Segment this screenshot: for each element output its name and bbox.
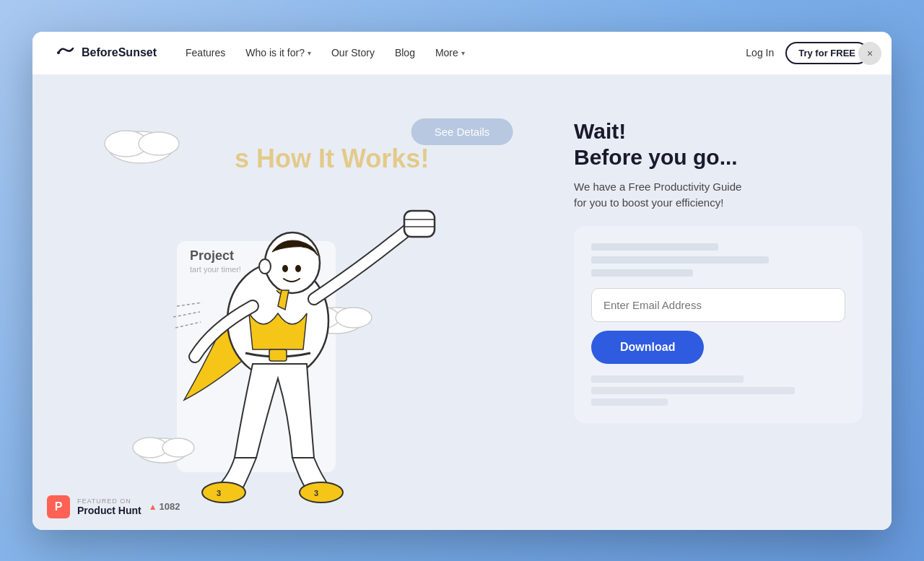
svg-point-13 (295, 265, 301, 272)
nav-blog[interactable]: Blog (395, 47, 415, 58)
modal-headline-line1: Wait! (574, 119, 626, 143)
hero-illustration: 3 3 (69, 97, 458, 516)
logo[interactable]: BeforeSunset (56, 45, 157, 60)
main-content: See Details s How It Works! (32, 75, 892, 530)
ph-featured-label: FEATURED ON (77, 497, 141, 505)
svg-line-25 (175, 322, 201, 328)
modal-subtext-line1: We have a Free Productivity Guide (574, 181, 741, 193)
svg-text:3: 3 (217, 489, 221, 497)
nav-our-story[interactable]: Our Story (331, 47, 375, 58)
svg-point-6 (336, 308, 372, 328)
nav-features[interactable]: Features (186, 47, 225, 58)
svg-point-14 (259, 259, 271, 274)
navbar-links: Features Who is it for? ▾ Our Story Blog… (186, 47, 746, 58)
svg-point-12 (282, 265, 288, 272)
svg-point-21 (300, 482, 343, 503)
email-input[interactable] (591, 288, 845, 322)
nav-more[interactable]: More ▾ (435, 47, 465, 58)
modal-headline-line2: Before you go... (574, 145, 738, 169)
faded-bg-bottom (591, 375, 845, 406)
modal-form-card: Download (574, 226, 863, 423)
try-free-button[interactable]: Try for FREE (785, 42, 868, 64)
modal-subtext-line2: for you to boost your efficiency! (574, 196, 723, 209)
close-icon: × (867, 48, 873, 59)
download-button[interactable]: Download (591, 331, 704, 364)
svg-point-0 (57, 51, 60, 54)
modal-subtext: We have a Free Productivity Guide for yo… (574, 179, 863, 212)
logo-icon (56, 45, 76, 60)
nav-who-is-it-for[interactable]: Who is it for? ▾ (245, 47, 311, 58)
modal-content: Wait! Before you go... We have a Free Pr… (574, 118, 863, 423)
see-details-container: See Details (411, 118, 513, 145)
close-button[interactable]: × (858, 42, 881, 65)
svg-rect-15 (404, 211, 435, 237)
chevron-down-icon-2: ▾ (461, 49, 465, 57)
svg-rect-18 (269, 349, 287, 361)
logo-text: BeforeSunset (82, 46, 157, 59)
product-hunt-badge[interactable]: P FEATURED ON Product Hunt ▲ 1082 (47, 495, 180, 518)
chevron-down-icon: ▾ (308, 49, 311, 57)
product-hunt-logo: P (47, 495, 70, 518)
svg-line-23 (177, 303, 202, 306)
modal-headline: Wait! Before you go... (574, 118, 863, 170)
ph-arrow-icon: ▲ (149, 502, 157, 512)
svg-point-19 (202, 482, 245, 503)
browser-window: × BeforeSunset Features Who is it for? ▾… (32, 32, 892, 530)
navbar: BeforeSunset Features Who is it for? ▾ O… (32, 32, 892, 75)
svg-line-24 (173, 312, 200, 317)
navbar-actions: Log In Try for FREE (746, 42, 868, 64)
faded-bg (591, 243, 845, 277)
svg-point-9 (162, 438, 194, 457)
ph-count: ▲ 1082 (149, 501, 180, 512)
ph-count-value: 1082 (160, 501, 180, 512)
see-details-button[interactable]: See Details (411, 118, 513, 145)
login-button[interactable]: Log In (746, 47, 774, 58)
svg-text:3: 3 (314, 489, 318, 497)
svg-point-3 (139, 132, 179, 155)
ph-name-label: Product Hunt (77, 505, 141, 516)
product-hunt-text: FEATURED ON Product Hunt (77, 497, 141, 516)
modal-popup: Wait! Before you go... We have a Free Pr… (574, 118, 863, 423)
